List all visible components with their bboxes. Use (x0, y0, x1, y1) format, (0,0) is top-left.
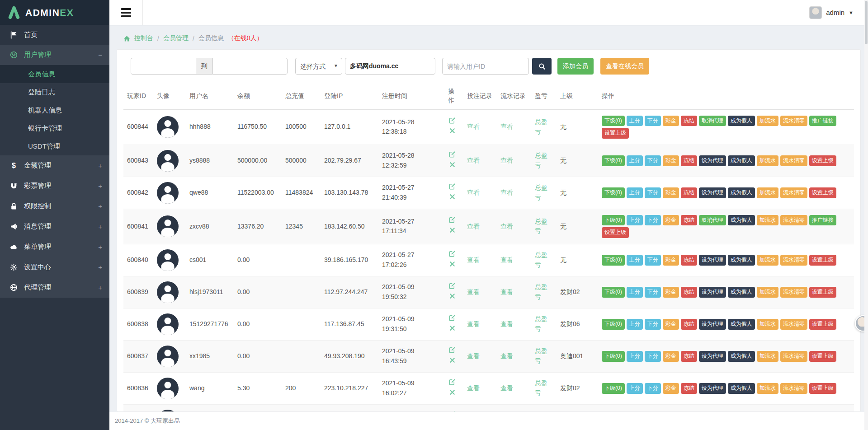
profit-link[interactable]: 总盈亏 (535, 151, 553, 170)
action-badge[interactable]: 设置上级 (809, 287, 836, 298)
edit-icon[interactable] (449, 411, 456, 411)
action-badge[interactable]: 设为代理 (699, 383, 726, 394)
sidebar-item-home[interactable]: 首页 (0, 25, 109, 45)
action-badge[interactable]: 流水清零 (780, 215, 807, 226)
action-badge[interactable]: 设置上级 (809, 319, 836, 330)
action-badge[interactable]: 成为假人 (728, 215, 755, 226)
action-badge[interactable]: 成为假人 (728, 116, 755, 126)
action-badge[interactable]: 彩金 (663, 116, 679, 126)
delete-icon[interactable] (449, 193, 456, 201)
action-badge[interactable]: 设置上级 (809, 255, 836, 266)
action-badge[interactable]: 冻结 (681, 319, 697, 330)
profit-link[interactable]: 总盈亏 (535, 314, 553, 334)
action-badge[interactable]: 彩金 (663, 215, 679, 226)
delete-icon[interactable] (449, 227, 456, 234)
edit-icon[interactable] (449, 151, 456, 158)
edit-icon[interactable] (449, 314, 456, 322)
action-badge[interactable]: 成为假人 (728, 383, 755, 394)
sidebar-item-menu-management[interactable]: 菜单管理 + (0, 237, 109, 257)
scrollbar-thumb[interactable] (865, 1, 868, 44)
action-badge[interactable]: 彩金 (663, 155, 679, 166)
user-menu[interactable]: admin ▼ (809, 6, 868, 19)
action-badge[interactable]: 冻结 (681, 383, 697, 394)
keyword-input[interactable] (345, 58, 435, 75)
breadcrumb-section-link[interactable]: 会员管理 (163, 34, 189, 42)
flow-record-link[interactable]: 查看 (500, 351, 513, 361)
sidebar-item-member-info[interactable]: 会员信息 (0, 65, 109, 83)
action-badge[interactable]: 加流水 (757, 116, 778, 126)
delete-icon[interactable] (449, 389, 456, 396)
action-badge[interactable]: 冻结 (681, 255, 697, 266)
bet-record-link[interactable]: 查看 (467, 383, 480, 393)
action-badge[interactable]: 下分 (645, 319, 661, 330)
action-badge[interactable]: 彩金 (663, 287, 679, 298)
action-badge[interactable]: 流水清零 (780, 187, 807, 198)
action-badge[interactable]: 下分 (645, 255, 661, 266)
action-badge[interactable]: 下级(0) (602, 255, 625, 266)
action-badge[interactable]: 流水清零 (780, 287, 807, 298)
action-badge[interactable]: 下分 (645, 351, 661, 362)
action-badge[interactable]: 下级(0) (602, 351, 625, 362)
sidebar-item-login-log[interactable]: 登陆日志 (0, 83, 109, 101)
action-badge[interactable]: 上分 (627, 287, 643, 298)
flow-record-link[interactable]: 查看 (500, 383, 513, 393)
action-badge[interactable]: 设置上级 (809, 187, 836, 198)
delete-icon[interactable] (449, 161, 456, 168)
action-badge[interactable]: 下分 (645, 215, 661, 226)
action-badge[interactable]: 上分 (627, 383, 643, 394)
delete-icon[interactable] (449, 325, 456, 332)
action-badge[interactable]: 下级(0) (602, 116, 625, 126)
action-badge[interactable]: 取消代理 (699, 215, 726, 226)
action-badge[interactable]: 成为假人 (728, 287, 755, 298)
edit-icon[interactable] (449, 379, 456, 386)
action-badge[interactable]: 设置上级 (602, 128, 629, 139)
action-badge[interactable]: 加流水 (757, 351, 778, 362)
action-badge[interactable]: 成为假人 (728, 319, 755, 330)
action-badge[interactable]: 加流水 (757, 319, 778, 330)
flow-record-link[interactable]: 查看 (500, 222, 513, 232)
edit-icon[interactable] (449, 216, 456, 224)
date-to-input[interactable] (212, 58, 288, 75)
action-badge[interactable]: 流水清零 (780, 319, 807, 330)
flow-record-link[interactable]: 查看 (500, 122, 513, 132)
edit-icon[interactable] (449, 183, 456, 190)
bet-record-link[interactable]: 查看 (467, 122, 480, 132)
action-badge[interactable]: 下级(0) (602, 215, 625, 226)
action-badge[interactable]: 设为代理 (699, 351, 726, 362)
flow-record-link[interactable]: 查看 (500, 156, 513, 166)
action-badge[interactable]: 设为代理 (699, 155, 726, 166)
profit-link[interactable]: 总盈亏 (535, 411, 553, 411)
sidebar-item-lottery-management[interactable]: 彩票管理 + (0, 176, 109, 196)
bet-record-link[interactable]: 查看 (467, 188, 480, 198)
date-from-input[interactable] (131, 58, 196, 75)
delete-icon[interactable] (449, 127, 456, 135)
action-badge[interactable]: 下分 (645, 287, 661, 298)
search-button[interactable] (532, 58, 552, 75)
action-badge[interactable]: 上分 (627, 255, 643, 266)
action-badge[interactable]: 下级(0) (602, 383, 625, 394)
action-badge[interactable]: 设为代理 (699, 255, 726, 266)
action-badge[interactable]: 流水清零 (780, 155, 807, 166)
action-badge[interactable]: 冻结 (681, 116, 697, 126)
profit-link[interactable]: 总盈亏 (535, 217, 553, 236)
action-badge[interactable]: 成为假人 (728, 255, 755, 266)
bet-record-link[interactable]: 查看 (467, 222, 480, 232)
action-badge[interactable]: 彩金 (663, 255, 679, 266)
action-badge[interactable]: 下分 (645, 187, 661, 198)
flow-record-link[interactable]: 查看 (500, 319, 513, 329)
bet-record-link[interactable]: 查看 (467, 287, 480, 297)
action-badge[interactable]: 加流水 (757, 215, 778, 226)
flow-record-link[interactable]: 查看 (500, 287, 513, 297)
profit-link[interactable]: 总盈亏 (535, 282, 553, 302)
action-badge[interactable]: 彩金 (663, 351, 679, 362)
action-badge[interactable]: 成为假人 (728, 187, 755, 198)
edit-icon[interactable] (449, 282, 456, 290)
action-badge[interactable]: 流水清零 (780, 255, 807, 266)
view-online-members-button[interactable]: 查看在线会员 (600, 58, 649, 75)
bet-record-link[interactable]: 查看 (467, 156, 480, 166)
action-badge[interactable]: 推广链接 (809, 116, 836, 126)
profit-link[interactable]: 总盈亏 (535, 250, 553, 270)
search-type-select[interactable]: 选择方式 (295, 58, 342, 75)
sidebar-item-agent-management[interactable]: 代理管理 + (0, 277, 109, 298)
action-badge[interactable]: 推广链接 (809, 215, 836, 226)
